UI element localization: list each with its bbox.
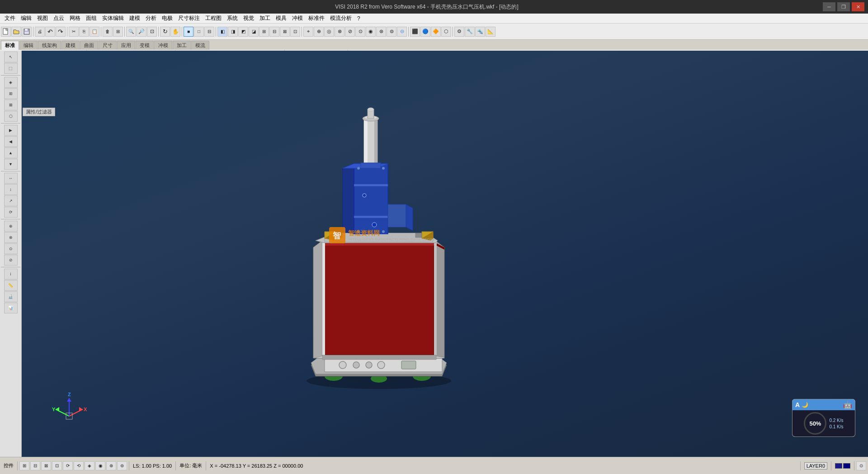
hidden-line-button[interactable]: ⊟: [204, 27, 214, 37]
tool-l7[interactable]: ▲: [4, 147, 18, 158]
tool-l9[interactable]: ↔: [4, 173, 18, 184]
tool-l12[interactable]: ⟳: [4, 207, 18, 218]
menu-pointcloud[interactable]: 点云: [51, 14, 67, 23]
view-btn-1[interactable]: ⬛: [410, 27, 420, 37]
tab-machining[interactable]: 加工: [173, 41, 191, 50]
restore-button[interactable]: ❐: [837, 2, 850, 11]
print-button[interactable]: 🖨: [35, 27, 45, 37]
tab-dimension[interactable]: 尺寸: [99, 41, 117, 50]
tab-stamping[interactable]: 冲模: [154, 41, 172, 50]
menu-visual[interactable]: 视觉: [241, 14, 257, 23]
tab-flow[interactable]: 模流: [191, 41, 209, 50]
tool-l18[interactable]: 📏: [4, 280, 18, 291]
tab-apply[interactable]: 应用: [117, 41, 135, 50]
tool-l5[interactable]: ▶: [4, 125, 18, 136]
color-swatch-2[interactable]: [843, 463, 850, 469]
tool-l13[interactable]: ⊕: [4, 221, 18, 232]
extra-btn-3[interactable]: 🔩: [475, 27, 485, 37]
menu-solid[interactable]: 实体编辑: [99, 14, 127, 23]
status-icon-1[interactable]: ⊞: [19, 461, 29, 470]
status-icon-10[interactable]: ⊜: [117, 461, 127, 470]
tool-l3[interactable]: ⊠: [4, 100, 18, 110]
rotate-view-button[interactable]: ↻: [160, 27, 170, 37]
save-button[interactable]: [22, 27, 32, 37]
view-btn-4[interactable]: ⬡: [441, 27, 451, 37]
shaded-button[interactable]: ■: [184, 27, 193, 37]
menu-edit[interactable]: 编辑: [18, 14, 34, 23]
menu-view[interactable]: 视图: [34, 14, 51, 23]
tool-btn-8[interactable]: ⊡: [290, 27, 300, 37]
zoom-fit-button[interactable]: ⊡: [147, 27, 157, 37]
tool-btn-7[interactable]: ⊠: [280, 27, 290, 37]
menu-help[interactable]: ?: [354, 14, 363, 23]
menu-analysis[interactable]: 分析: [143, 14, 159, 23]
tab-edit[interactable]: 编辑: [19, 41, 38, 50]
view-btn-2[interactable]: 🔵: [420, 27, 430, 37]
tool-l4[interactable]: ⬡: [4, 111, 18, 122]
menu-standard[interactable]: 标准件: [306, 14, 327, 23]
tab-wireframe[interactable]: 线架构: [38, 41, 61, 50]
viewport[interactable]: 智 智造资料网 INTELLIGENT MANUFACTURING DATA S…: [22, 51, 868, 457]
menu-flow[interactable]: 模流分析: [327, 14, 354, 23]
status-icon-4[interactable]: ⊡: [52, 461, 62, 470]
open-button[interactable]: [11, 27, 21, 37]
tool-l16[interactable]: ⊘: [4, 255, 18, 265]
paste-button[interactable]: 📋: [90, 27, 99, 37]
minimize-button[interactable]: ─: [823, 2, 835, 11]
tab-modeling[interactable]: 建模: [61, 41, 80, 50]
cut-button[interactable]: ✂: [69, 27, 79, 37]
delete-button[interactable]: 🗑: [103, 27, 113, 37]
menu-system[interactable]: 系统: [224, 14, 241, 23]
redo-button[interactable]: ↷: [56, 27, 66, 37]
zoom-in-button[interactable]: 🔍: [126, 27, 136, 37]
select-tool[interactable]: ↖: [4, 52, 18, 62]
menu-mesh[interactable]: 网格: [67, 14, 83, 23]
extra-btn-1[interactable]: ⚙: [454, 27, 464, 37]
copy-button[interactable]: ⎘: [79, 27, 89, 37]
menu-file[interactable]: 文件: [2, 14, 18, 23]
menu-surface[interactable]: 面组: [83, 14, 99, 23]
tool-l6[interactable]: ◀: [4, 136, 18, 147]
status-icon-5[interactable]: ⟳: [63, 461, 73, 470]
menu-drawing[interactable]: 工程图: [203, 14, 224, 23]
tool-btn-3[interactable]: ◩: [238, 27, 248, 37]
snap-btn-5[interactable]: ⊘: [345, 27, 355, 37]
color-swatch-1[interactable]: [835, 463, 842, 469]
extra-btn-4[interactable]: 📐: [486, 27, 495, 37]
tool-l17[interactable]: i: [4, 269, 18, 280]
snap-btn-3[interactable]: ◎: [324, 27, 334, 37]
view-btn-3[interactable]: 🔶: [431, 27, 441, 37]
menu-electrode[interactable]: 电极: [159, 14, 175, 23]
tool-btn-1[interactable]: ◧: [217, 27, 227, 37]
status-icon-7[interactable]: ◈: [85, 461, 94, 470]
snap-btn-7[interactable]: ◉: [366, 27, 376, 37]
snap-btn-9[interactable]: ⊜: [387, 27, 396, 37]
tool-l10[interactable]: ↕: [4, 184, 18, 195]
snap-btn-1[interactable]: ⌖: [303, 27, 313, 37]
status-icon-2[interactable]: ⊟: [30, 461, 40, 470]
snap-btn-4[interactable]: ⊗: [335, 27, 344, 37]
undo-button[interactable]: ↶: [45, 27, 55, 37]
tab-surface[interactable]: 曲面: [80, 41, 98, 50]
tool-btn-6[interactable]: ⊟: [269, 27, 279, 37]
zoom-out-button[interactable]: 🔎: [137, 27, 146, 37]
tool-btn-4[interactable]: ◪: [249, 27, 259, 37]
tool-l8[interactable]: ▼: [4, 159, 18, 170]
close-button[interactable]: ✕: [852, 2, 864, 11]
snap-btn-10[interactable]: ⊝: [397, 27, 407, 37]
snap-btn-6[interactable]: ⊙: [355, 27, 365, 37]
wireframe-button[interactable]: □: [194, 27, 204, 37]
status-end-btn[interactable]: ⊙: [856, 461, 866, 470]
box-select-tool[interactable]: ⬚: [4, 63, 18, 74]
tool-l1[interactable]: ◈: [4, 77, 18, 88]
status-icon-6[interactable]: ⟲: [74, 461, 84, 470]
status-icon-3[interactable]: ⊠: [41, 461, 51, 470]
extra-btn-2[interactable]: 🔧: [465, 27, 475, 37]
tool-l14[interactable]: ⊗: [4, 232, 18, 243]
snap-btn-8[interactable]: ⊛: [376, 27, 386, 37]
tool-btn-2[interactable]: ◨: [228, 27, 238, 37]
tab-standard[interactable]: 标准: [1, 41, 19, 50]
status-icon-8[interactable]: ◉: [95, 461, 105, 470]
pan-button[interactable]: ✋: [170, 27, 180, 37]
tool-l20[interactable]: 📊: [4, 303, 18, 313]
